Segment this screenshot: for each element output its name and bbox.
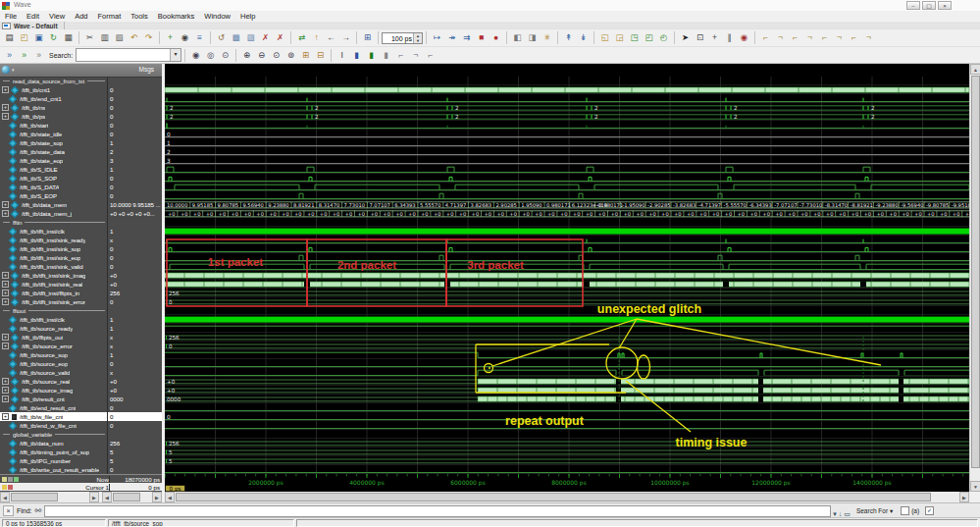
signal-row-source_eop[interactable]: /tfft_tb/source_eop0 [0,359,162,368]
run-icon[interactable]: ↦ [430,30,444,45]
signal-row-IPG_number[interactable]: /tfft_tb/IPG_number5 [0,456,162,465]
insert-cursor-icon[interactable]: ↑ [309,30,324,45]
chevron-down-icon[interactable]: ▾ [12,67,15,73]
signal-row-end_w_file_cnt[interactable]: /tfft_tb/end_w_file_cnt0 [0,421,162,430]
signal-row-sink_sop[interactable]: /tfft_tb/tfft_inst/sink_sop0 [0,244,162,253]
signal-row-end_cnt1[interactable]: /tfft_tb/end_cnt10 [0,94,162,103]
new-file-icon[interactable]: ▤ [2,30,17,45]
menu-format[interactable]: Format [93,11,127,22]
signal-row-start[interactable]: /tfft_tb/start0 [0,121,162,130]
search-for-dropdown[interactable]: Search For ▾ [856,507,893,515]
signal-row-sink_real[interactable]: +/tfft_tb/tfft_inst/sink_real+0 [0,280,162,289]
swap-panes-icon[interactable]: ⇄ [294,30,309,45]
run-all-icon[interactable]: ⇉ [459,30,474,45]
edge-pair-icon[interactable]: ⌐ [423,48,438,63]
profile-off-icon[interactable]: ◨ [525,30,540,45]
next-transition-icon[interactable]: → [338,30,353,45]
signal-row-clk[interactable]: /tfft_tb/tfft_inst/clk1 [0,227,162,236]
signal-row-S_SOP[interactable]: /tfft_tb/S_SOP0 [0,174,162,183]
signal-row-source_valid[interactable]: /tfft_tb/source_validx [0,368,162,377]
search-prev-icon[interactable]: ◎ [203,48,218,63]
expand-icon[interactable]: + [2,298,9,305]
match-case-checkbox[interactable] [901,506,909,515]
chevron-down-icon[interactable]: ▾ [170,49,181,61]
signal-row-sink_valid[interactable]: /tfft_tb/tfft_inst/sink_valid0 [0,262,162,271]
copy-icon[interactable]: ▥ [97,30,112,45]
signal-group-fftout[interactable]: fftout [0,306,162,315]
expand-time-2-icon[interactable]: » [17,48,31,63]
lock-icon[interactable] [2,477,7,482]
signal-row-source_sop[interactable]: /tfft_tb/source_sop1 [0,350,162,359]
bug-filter-icon[interactable]: ✗ [258,30,273,45]
signal-row-source_ready[interactable]: /tfft_tb/source_ready1 [0,324,162,333]
close-button[interactable]: × [938,1,952,10]
hand-mode-icon[interactable]: ✳ [540,30,554,45]
edit-mode-icon[interactable]: ∥ [722,30,737,45]
expand-time-3-icon[interactable]: » [31,48,46,63]
cut-icon[interactable]: ✂ [82,30,97,45]
add-icon[interactable]: + [163,30,178,45]
save-icon[interactable]: ▣ [31,30,46,45]
vertical-scrollbar[interactable]: ▲ ▼ [969,64,980,492]
print-icon[interactable]: ▦ [61,30,76,45]
wave-cut-icon[interactable]: ◱ [597,30,612,45]
signal-row-write_out_result_enable[interactable]: /tfft_tb/write_out_result_enable0 [0,465,162,474]
cursor1-row[interactable]: Cursor 1 0 ps [0,483,162,491]
cursor-marker-icon[interactable] [8,485,13,490]
edge-fall-1-icon[interactable]: ¬ [773,30,788,45]
sim-environment-icon[interactable]: ▩ [229,30,243,45]
edge-rise-1-icon[interactable]: ⌐ [758,30,773,45]
zoom-mode-icon[interactable]: ⊡ [693,30,707,45]
zoom-full-icon[interactable]: ⊙ [269,48,284,63]
signal-row-data_mem_j[interactable]: +/tfft_tb/data_mem_j+0 +0 +0 +0 +0... [0,209,162,218]
expand-icon[interactable]: + [2,86,9,93]
scroll-left-icon[interactable]: ◀ [102,492,112,502]
edge-rise-4-icon[interactable]: ⌐ [847,30,861,45]
find-icon[interactable]: ◉ [178,30,192,45]
cursor-block-blue-icon[interactable]: ▮ [349,48,364,63]
minimize-button[interactable]: – [906,1,920,10]
paste-icon[interactable]: ▧ [112,30,127,45]
sim-memory-icon[interactable]: ▨ [243,30,258,45]
edge-rise-3-icon[interactable]: ⌐ [817,30,832,45]
search-next-icon[interactable]: ◉ [188,48,203,63]
menu-tools[interactable]: Tools [126,11,153,22]
zoom-select-icon[interactable]: ⊟ [313,48,328,63]
bug-clear-icon[interactable]: ✗ [273,30,287,45]
signal-row-clk[interactable]: /tfft_tb/tfft_inst/clk1 [0,315,162,324]
edge-fall-2-icon[interactable]: ¬ [802,30,817,45]
menu-add[interactable]: Add [70,11,92,22]
expand-icon[interactable]: + [2,272,9,279]
cursor-ibar-icon[interactable]: I [335,48,349,63]
zoom-last-icon[interactable]: ⊚ [284,48,298,63]
cursor-block-green-icon[interactable]: ▮ [364,48,379,63]
signal-group-global_variable[interactable]: global_variable [0,430,162,439]
signal-row-state_idle[interactable]: /tfft_tb/state_idle0 [0,130,162,138]
signal-row-fftpts_out[interactable]: +/tfft_tb/fftpts_outx [0,333,162,342]
run-continue-icon[interactable]: ↠ [444,30,459,45]
find-options-icon[interactable]: ▭ [844,510,851,517]
edge-fall-3-icon[interactable]: ¬ [832,30,847,45]
tab-wave-default[interactable]: Wave - Default [0,22,65,29]
names-scroll-thumb[interactable] [11,493,58,501]
prev-transition-icon[interactable]: ← [324,30,338,45]
maximize-button[interactable]: ▢ [922,1,936,10]
values-scrollbar[interactable]: ◀ ▶ [102,492,162,502]
select-mode-icon[interactable]: ➤ [678,30,693,45]
menu-edit[interactable]: Edit [22,11,44,22]
expand-icon[interactable]: + [2,210,9,217]
scroll-up-icon[interactable]: ▲ [970,64,980,75]
cursor-block-gray-icon[interactable]: ▮ [379,48,393,63]
time-ruler[interactable]: 2000000 ps4000000 ps6000000 ps8000000 ps… [165,474,969,492]
expand-icon[interactable]: + [2,395,9,402]
signal-group-fftin[interactable]: fftin [0,218,162,227]
stoplight-icon[interactable]: ◉ [737,30,751,45]
redo-icon[interactable]: ↷ [141,30,156,45]
signal-row-source_error[interactable]: +/tfft_tb/source_errorx [0,342,162,350]
expand-time-1-icon[interactable]: » [2,48,17,63]
break-icon[interactable]: ■ [474,30,489,45]
signal-group-read_data_source_from_txt[interactable]: read_data_source_from_txt [0,77,162,85]
sim-restart-icon[interactable]: ↺ [214,30,229,45]
expand-icon[interactable]: + [2,113,9,120]
signal-row-ns[interactable]: +/tfft_tb/ns0 [0,103,162,112]
